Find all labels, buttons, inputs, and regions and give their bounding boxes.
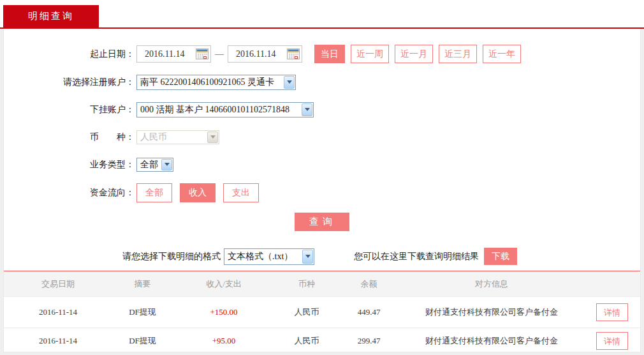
chevron-down-icon (207, 132, 218, 143)
fundflow-all-button[interactable]: 全部 (136, 183, 172, 202)
chevron-down-icon (161, 159, 172, 170)
start-date-input[interactable]: 2016.11.14 (136, 45, 211, 63)
end-date-input[interactable]: 2016.11.14 (228, 45, 302, 63)
cell-amount: +95.00 (173, 336, 275, 346)
table-header-row: 交易日期 摘要 收入/支出 币种 余额 对方信息 (4, 271, 640, 297)
cell-action: 详情 (584, 332, 640, 350)
fund-flow-label: 资金流向： (4, 187, 135, 199)
download-format-label: 请您选择下载明细的格式 (122, 251, 221, 262)
date-range-row: 起止日期： 2016.11.14 (4, 45, 640, 63)
query-row: 查询 (4, 213, 640, 231)
date-range-separator: — (215, 49, 224, 59)
detail-button[interactable]: 详情 (596, 332, 628, 350)
detail-button[interactable]: 详情 (596, 303, 628, 321)
cell-balance: 299.47 (339, 336, 399, 346)
content-panel: 起止日期： 2016.11.14 (3, 29, 641, 352)
register-account-value: 南平 6222001406100921065 灵通卡 (140, 77, 274, 88)
quick-button-1month[interactable]: 近一月 (395, 45, 433, 63)
start-date-value: 2016.11.14 (145, 49, 184, 59)
cell-summary: DF提现 (112, 306, 173, 318)
chevron-down-icon (302, 103, 312, 116)
sub-account-select[interactable]: 000 活期 基本户 1406600101102571848 (136, 102, 314, 117)
cell-counterparty: 财付通支付科技有限公司客户备付金 (399, 335, 584, 347)
page: 明细查询 起止日期： 2016.11.14 (0, 0, 644, 355)
col-header-date: 交易日期 (4, 278, 112, 290)
query-button[interactable]: 查询 (295, 213, 349, 231)
fundflow-income-button[interactable]: 收入 (180, 183, 216, 202)
biz-type-row: 业务类型： 全部 (4, 156, 640, 173)
col-header-inout: 收入/支出 (173, 278, 275, 290)
col-header-summary: 摘要 (112, 278, 173, 290)
currency-value: 人民币 (140, 132, 167, 143)
download-format-value: 文本格式（.txt） (228, 251, 293, 262)
register-account-label: 请选择注册账户： (4, 77, 135, 88)
cell-summary: DF提现 (112, 335, 173, 347)
col-header-counterparty: 对方信息 (399, 278, 584, 290)
currency-select: 人民币 (136, 130, 219, 144)
tab-detail-query[interactable]: 明细查询 (3, 5, 99, 27)
cell-date: 2016-11-14 (4, 336, 112, 346)
biz-type-select[interactable]: 全部 (136, 158, 173, 172)
quick-button-1week[interactable]: 近一周 (351, 45, 389, 63)
calendar-icon[interactable] (287, 49, 300, 59)
calendar-icon[interactable] (196, 49, 209, 59)
download-row: 请您选择下载明细的格式 文本格式（.txt） 您可以在这里下载查询明细结果 下载 (4, 248, 640, 265)
end-date-value: 2016.11.14 (236, 49, 275, 59)
cell-date: 2016-11-14 (4, 307, 112, 317)
cell-amount: +150.00 (173, 307, 275, 317)
fundflow-expense-button[interactable]: 支出 (223, 183, 259, 202)
sub-account-label: 下挂账户： (4, 104, 135, 116)
sub-account-row: 下挂账户： 000 活期 基本户 1406600101102571848 (4, 101, 640, 118)
cell-counterparty: 财付通支付科技有限公司客户备付金 (399, 306, 584, 318)
query-form: 起止日期： 2016.11.14 (4, 29, 640, 231)
col-header-currency: 币种 (275, 278, 339, 290)
cell-currency: 人民币 (275, 335, 339, 347)
biz-type-value: 全部 (140, 159, 158, 170)
tab-bar: 明细查询 (0, 0, 644, 27)
sub-account-value: 000 活期 基本户 1406600101102571848 (140, 104, 289, 116)
chevron-down-icon (302, 250, 313, 264)
register-account-row: 请选择注册账户： 南平 6222001406100921065 灵通卡 (4, 73, 640, 91)
fund-flow-row: 资金流向： 全部 收入 支出 (4, 183, 640, 202)
table-row: 2016-11-14 DF提现 +150.00 人民币 449.47 财付通支付… (4, 297, 640, 328)
download-format-select[interactable]: 文本格式（.txt） (224, 248, 314, 265)
quick-button-3month[interactable]: 近三月 (439, 45, 477, 63)
date-range-label: 起止日期： (4, 49, 135, 60)
quick-button-1year[interactable]: 近一年 (483, 45, 521, 63)
register-account-select[interactable]: 南平 6222001406100921065 灵通卡 (136, 75, 296, 90)
table-row: 2016-11-14 DF提现 +95.00 人民币 299.47 财付通支付科… (4, 328, 640, 352)
currency-label: 币 种： (4, 132, 135, 143)
biz-type-label: 业务类型： (4, 159, 135, 170)
cell-balance: 449.47 (339, 307, 399, 317)
chevron-down-icon (284, 76, 295, 89)
quick-button-today[interactable]: 当日 (314, 45, 345, 63)
cell-action: 详情 (584, 303, 640, 321)
cell-currency: 人民币 (275, 306, 339, 318)
col-header-balance: 余额 (339, 278, 399, 290)
download-hint: 您可以在这里下载查询明细结果 (354, 251, 479, 262)
download-button[interactable]: 下载 (484, 248, 517, 265)
currency-row: 币 种： 人民币 (4, 128, 640, 146)
